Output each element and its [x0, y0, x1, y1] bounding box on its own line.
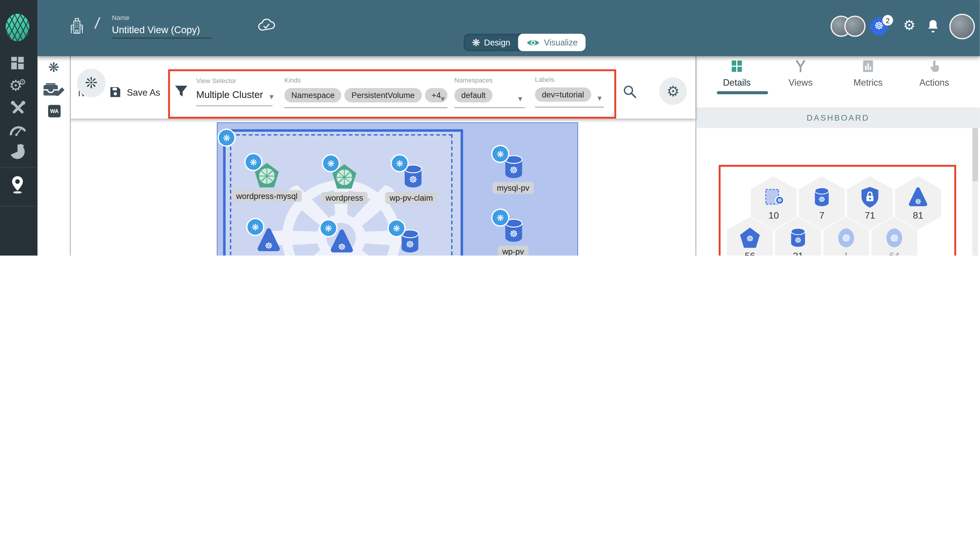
design-mode-tab[interactable]: ❋ Design [464, 34, 518, 51]
shield-resource-icon [858, 186, 882, 209]
left-sidebar: ⚙⚙ ❯ ? v0.7.73 [0, 0, 38, 255]
kind-chip[interactable]: Namespace [284, 88, 341, 102]
meshery-spiral-icon[interactable]: ❋ [46, 60, 61, 75]
breadcrumb-slash: / [94, 14, 101, 33]
canvas-settings-gear-button[interactable]: ⚙ [659, 78, 687, 105]
svg-text:☸: ☸ [915, 197, 921, 206]
resource-hex-grid: ☸10☸771☸81☸56☸21☸1☸64☸2☸1☸3☸1☸17☸1137☸12… [727, 176, 946, 255]
panel-scrollbar-thumb[interactable] [972, 128, 978, 181]
svg-text:☸: ☸ [265, 241, 272, 251]
filter-funnel-icon[interactable] [173, 84, 189, 100]
mode-toggle: ❋ Design Visualize [464, 34, 585, 51]
namespaces-field[interactable]: Namespaces default ▼ [454, 76, 525, 108]
flower-action-button[interactable]: ❊ [77, 69, 106, 97]
collaborator-avatar[interactable] [844, 16, 865, 36]
visualization-canvas[interactable]: ☸ ❋ ❋wordpress-mysql❋wordpress☸❋wp-pv-cl… [70, 119, 695, 255]
settings-gear-icon[interactable]: ⚙ [901, 17, 918, 34]
resource-label: wp-pv-claim [385, 192, 437, 204]
labels-field[interactable]: Labels dev=tutorial ▼ [535, 75, 604, 107]
search-icon[interactable] [621, 83, 639, 101]
canvas-toolbar: N ❊ Save As View Selector Multiple Clust… [70, 56, 695, 119]
sidebar-item-kanvas-pin-icon[interactable] [8, 174, 27, 196]
resource-label: mysql-pv [493, 182, 534, 193]
kind-chip[interactable]: PersistentVolume [344, 88, 422, 102]
save-as-icon[interactable] [108, 85, 122, 98]
cylinder-resource-icon: ☸ [810, 186, 834, 209]
hex-count: 1 [843, 250, 849, 255]
meshery-badge-icon: ❋ [322, 154, 340, 173]
triangle-resource-icon: ☸ [906, 186, 930, 209]
views-branch-icon [772, 59, 829, 73]
sidebar-item-extensions-icon[interactable] [8, 142, 27, 161]
labels-caret-icon[interactable]: ▼ [596, 94, 603, 102]
meshery-badge-icon: ❋ [218, 128, 236, 147]
actions-hand-icon [906, 59, 963, 73]
namespaces-label: Namespaces [454, 76, 525, 84]
sidebar-item-configuration-tools-icon[interactable] [9, 98, 28, 117]
name-field-label: Name [112, 14, 129, 21]
svg-text:☸: ☸ [777, 197, 782, 203]
svg-text:☸: ☸ [746, 233, 754, 244]
details-panel: Details Views Metrics Actions DASHBOARD … [695, 56, 980, 255]
meshery-badge-icon: ❋ [387, 219, 406, 237]
circle-resource-icon: ☸ [883, 226, 906, 250]
svg-text:☸: ☸ [818, 195, 825, 204]
pentagon-resource-icon: ☸ [738, 226, 762, 250]
view-selector-field[interactable]: View Selector Multiple Cluster ▼ [196, 77, 272, 106]
resource-label: wordpress-mysql [232, 190, 302, 202]
dashboard-section-header: DASHBOARD [696, 107, 980, 128]
sidebar-divider [0, 206, 38, 206]
meshery-visualize-app: ⚙⚙ ❯ ? v0.7.73 / Name Untitled View (Cop… [0, 0, 980, 255]
user-avatar[interactable] [949, 14, 975, 39]
visualize-mode-tab[interactable]: Visualize [518, 34, 585, 51]
svg-text:☸: ☸ [409, 174, 417, 185]
meshery-badge-icon: ❋ [319, 219, 337, 237]
label-chip[interactable]: dev=tutorial [535, 87, 591, 102]
kinds-field[interactable]: Kinds NamespacePersistentVolume+4 ▼ [284, 76, 447, 108]
svg-text:☸: ☸ [509, 165, 518, 176]
hex-count: 21 [793, 250, 803, 255]
wasm-filter-icon[interactable]: WA [48, 105, 61, 118]
meshery-logo-icon[interactable] [6, 14, 29, 41]
svg-text:☸: ☸ [509, 228, 518, 239]
namespaces-caret-icon[interactable]: ▼ [517, 95, 523, 102]
notifications-bell-icon[interactable] [925, 17, 941, 34]
tab-actions[interactable]: Actions [906, 59, 963, 87]
resource-label: wp-pv [498, 246, 528, 255]
resource-label: wordpress [321, 192, 368, 204]
tab-views[interactable]: Views [772, 59, 829, 87]
cloud-saved-icon [258, 17, 275, 33]
view-selector-value[interactable]: Multiple Cluster [196, 89, 272, 100]
svg-text:☸: ☸ [794, 236, 802, 245]
hex-count: 64 [889, 250, 899, 255]
name-field-underline [112, 38, 212, 39]
sidebar-item-lifecycle-gears-icon[interactable]: ⚙⚙ [6, 76, 29, 95]
view-selector-label: View Selector [196, 77, 272, 84]
hex-count: 71 [865, 210, 875, 220]
namespace-chip[interactable]: default [454, 88, 493, 102]
meshery-badge-icon: ❋ [491, 209, 509, 227]
tab-details[interactable]: Details [709, 59, 765, 87]
tab-metrics[interactable]: Metrics [840, 59, 896, 87]
svg-text:☸: ☸ [406, 239, 414, 250]
hex-count: 81 [913, 210, 923, 220]
design-drawer-edit-icon[interactable] [43, 81, 65, 99]
cylinder-resource-icon: ☸ [786, 226, 810, 250]
organization-building-icon[interactable] [69, 16, 85, 35]
top-header-bar: / Name Untitled View (Copy) ❋ Design Vis… [38, 0, 980, 56]
meshery-badge-icon: ❋ [391, 154, 409, 173]
sidebar-item-dashboard[interactable] [11, 56, 24, 70]
design-spiral-icon: ❋ [472, 36, 480, 48]
namespace-resource-icon: ☸ [762, 186, 786, 209]
sidebar-item-performance-gauge-icon[interactable] [8, 121, 28, 137]
svg-text:☸: ☸ [842, 232, 851, 244]
hex-count: 56 [745, 250, 755, 255]
meshery-badge-icon: ❋ [491, 145, 509, 163]
hex-count: 10 [768, 210, 779, 220]
details-grid-icon [709, 59, 765, 73]
save-as-button[interactable]: Save As [127, 87, 160, 97]
kinds-caret-icon[interactable]: ▼ [439, 95, 446, 102]
panel-scrollbar[interactable] [972, 128, 978, 255]
name-field-input[interactable]: Untitled View (Copy) [112, 24, 200, 35]
view-selector-caret-icon[interactable]: ▼ [268, 93, 275, 101]
